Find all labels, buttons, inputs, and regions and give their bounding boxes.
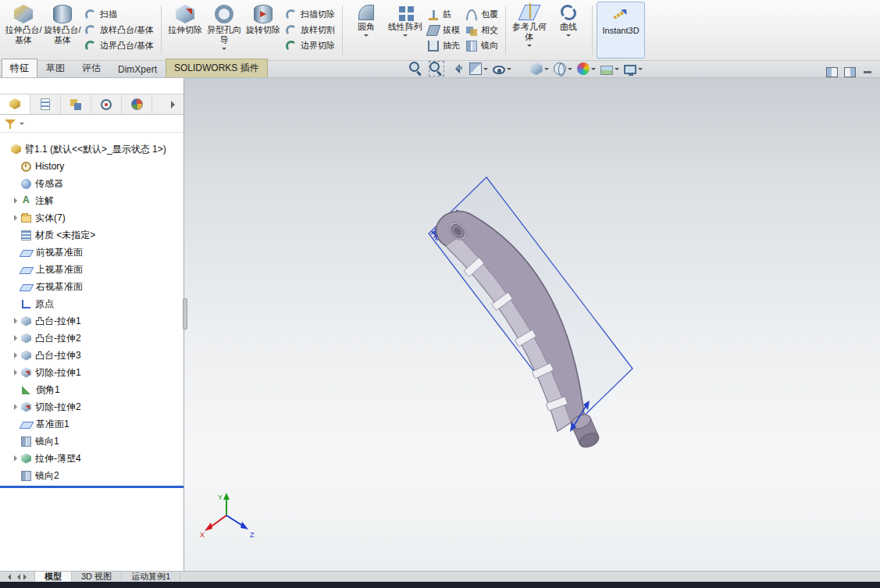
sweep-cut-button[interactable]: 扫描切除 xyxy=(286,9,335,20)
edit-appearance-dropdown-icon[interactable] xyxy=(591,68,596,73)
reference-geometry-dropdown-icon[interactable] xyxy=(527,45,532,49)
tree-item-sensors[interactable]: 传感器 xyxy=(0,175,183,192)
revolve-cut-button[interactable]: 旋转切除 xyxy=(244,2,283,59)
display-style-dropdown-icon[interactable] xyxy=(568,68,572,73)
tree-item-mirror1[interactable]: 镜向1 xyxy=(0,433,183,450)
filter-dropdown-icon[interactable] xyxy=(20,123,24,127)
section-view-dropdown-icon[interactable] xyxy=(483,68,488,73)
tab-model[interactable]: 模型 xyxy=(35,572,72,582)
tree-item-root[interactable]: 臂1.1 (默认<<默认>_显示状态 1>) xyxy=(0,141,183,158)
displaymanager-tab[interactable] xyxy=(122,94,152,114)
tab-solidworks-addins[interactable]: SOLIDWORKS 插件 xyxy=(166,59,268,77)
tree-item-history[interactable]: History xyxy=(0,158,183,175)
panel-splitter[interactable] xyxy=(183,298,187,330)
view-orientation-dropdown-icon[interactable] xyxy=(544,68,549,73)
expand-arrow-icon[interactable] xyxy=(13,369,20,376)
extrude-cut-button[interactable]: 拉伸切除 xyxy=(166,2,205,59)
reference-geometry-button[interactable]: 参考几何体 xyxy=(510,2,549,59)
cut-extrude-icon xyxy=(21,368,31,378)
apply-scene-dropdown-icon[interactable] xyxy=(615,68,619,73)
fillet-button[interactable]: 圆角 xyxy=(347,2,386,59)
tab-motion-study-1[interactable]: 运动算例1 xyxy=(122,572,180,582)
tab-evaluate[interactable]: 评估 xyxy=(73,59,109,77)
previous-view-button[interactable] xyxy=(447,60,466,77)
tree-item-material[interactable]: 材质 <未指定> xyxy=(0,226,183,244)
loft-button[interactable]: 放样凸台/基体 xyxy=(85,24,154,36)
configurationmanager-tab[interactable] xyxy=(61,94,91,114)
view-settings-button[interactable] xyxy=(622,62,644,75)
tree-item-boss-extrude1[interactable]: 凸台-拉伸1 xyxy=(0,312,183,330)
curves-button[interactable]: 曲线 xyxy=(549,2,588,59)
boundary-cut-button[interactable]: 边界切除 xyxy=(286,40,335,52)
tab-dimxpert[interactable]: DimXpert xyxy=(109,61,166,77)
revolve-boss-button[interactable]: 旋转凸台/基体 xyxy=(43,2,82,59)
display-style-button[interactable] xyxy=(552,62,574,76)
apply-scene-button[interactable] xyxy=(599,62,621,76)
tree-item-mirror2[interactable]: 镜向2 xyxy=(0,467,183,484)
propertymanager-tab[interactable] xyxy=(30,94,61,114)
shell-button[interactable]: 抽壳 xyxy=(428,40,460,52)
scroll-right-icon[interactable] xyxy=(23,574,30,580)
sweep-button[interactable]: 扫描 xyxy=(85,9,154,20)
boss-extrude-icon xyxy=(21,351,31,361)
tree-item-solid-bodies[interactable]: 实体(7) xyxy=(0,209,183,226)
tree-item-boss-extrude2[interactable]: 凸台-拉伸2 xyxy=(0,330,183,347)
tree-item-plane1[interactable]: 基准面1 xyxy=(0,415,183,433)
tree-item-boss-extrude3[interactable]: 凸台-拉伸3 xyxy=(0,347,183,364)
panel-flyout-button[interactable] xyxy=(166,94,183,114)
hole-wizard-button[interactable]: 异型孔向导 xyxy=(205,2,244,59)
zoom-area-button[interactable] xyxy=(427,60,446,77)
tree-item-top-plane[interactable]: 上视基准面 xyxy=(0,261,183,278)
intersect-button[interactable]: 相交 xyxy=(466,24,498,36)
tree-item-annotations[interactable]: 注解 xyxy=(0,192,183,209)
scroll-left-icon[interactable] xyxy=(14,574,20,580)
expand-arrow-icon[interactable] xyxy=(13,455,20,461)
mirror-button[interactable]: 镜向 xyxy=(466,40,498,52)
tree-item-cut-extrude1[interactable]: 切除-拉伸1 xyxy=(0,364,183,381)
tab-3d-views[interactable]: 3D 视图 xyxy=(72,572,122,582)
edit-appearance-button[interactable] xyxy=(575,62,597,76)
loft-cut-button[interactable]: 放样切割 xyxy=(286,24,335,36)
expand-arrow-icon[interactable] xyxy=(13,318,20,324)
hide-show-items-dropdown-icon[interactable] xyxy=(507,68,511,73)
view-orientation-button[interactable] xyxy=(529,62,550,76)
tab-features[interactable]: 特征 xyxy=(2,59,37,77)
expand-arrow-icon[interactable] xyxy=(13,404,20,410)
linear-pattern-button[interactable]: 线性阵列 xyxy=(386,2,425,59)
linear-pattern-dropdown-icon[interactable] xyxy=(403,34,408,39)
expand-arrow-icon[interactable] xyxy=(13,335,20,341)
zoom-fit-button[interactable] xyxy=(407,60,426,77)
featuremanager-tab[interactable] xyxy=(0,94,30,114)
tree-item-origin[interactable]: 原点 xyxy=(0,295,183,312)
tab-sketch[interactable]: 草图 xyxy=(37,59,73,77)
draft-button[interactable]: 拔模 xyxy=(428,24,460,36)
wrap-button[interactable]: 包覆 xyxy=(466,9,498,20)
graphics-area[interactable]: 基准面1 xyxy=(184,78,880,571)
curves-dropdown-icon[interactable] xyxy=(566,34,571,39)
instant3d-button[interactable]: Instant3D xyxy=(597,2,645,59)
tree-item-cut-extrude2[interactable]: 切除-拉伸2 xyxy=(0,398,183,415)
fillet-dropdown-icon[interactable] xyxy=(364,34,369,39)
tree-item-right-plane[interactable]: 右视基准面 xyxy=(0,278,183,295)
sweep-cut-icon xyxy=(286,9,297,20)
filter-funnel-icon[interactable] xyxy=(5,119,16,129)
expand-arrow-icon[interactable] xyxy=(13,215,20,221)
section-view-button[interactable] xyxy=(468,62,490,76)
extrude-boss-button[interactable]: 拉伸凸台/基体 xyxy=(4,2,43,59)
tree-item-front-plane[interactable]: 前视基准面 xyxy=(0,244,183,261)
rollback-bar[interactable] xyxy=(0,486,183,488)
view-settings-dropdown-icon[interactable] xyxy=(638,68,643,73)
expand-arrow-icon[interactable] xyxy=(13,198,20,204)
scroll-first-icon[interactable] xyxy=(5,574,11,580)
tree-item-thin-extrude4[interactable]: 拉伸-薄壁4 xyxy=(0,450,183,467)
pane-right-icon[interactable] xyxy=(844,67,856,77)
hole-wizard-dropdown-icon[interactable] xyxy=(222,48,226,52)
tree-item-chamfer1[interactable]: 倒角1 xyxy=(0,381,183,398)
rib-button[interactable]: 筋 xyxy=(428,9,460,20)
hide-show-items-button[interactable] xyxy=(491,62,513,75)
boundary-boss-button[interactable]: 边界凸台/基体 xyxy=(85,40,154,52)
collapse-icon[interactable] xyxy=(862,67,874,77)
dimxpertmanager-tab[interactable] xyxy=(91,94,122,114)
pane-left-icon[interactable] xyxy=(826,67,838,77)
expand-arrow-icon[interactable] xyxy=(13,352,20,358)
